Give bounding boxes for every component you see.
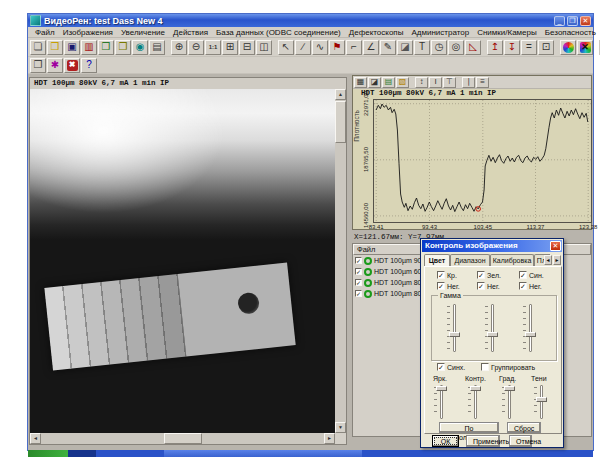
scale-auto-button[interactable]: I: [429, 77, 442, 88]
new-document-button[interactable]: ❏: [30, 40, 46, 55]
export-image-button[interactable]: ❒: [98, 40, 114, 55]
checkbox-blue-channel[interactable]: ✓: [519, 271, 527, 279]
vertical-scroll-thumb[interactable]: [335, 101, 346, 143]
scroll-left-icon[interactable]: ◄: [30, 433, 41, 444]
zoom-1-1-button[interactable]: 1:1: [205, 40, 221, 55]
export-profile-button[interactable]: ▧: [396, 77, 409, 88]
menu-security[interactable]: Безопасность: [541, 28, 600, 37]
slope-tool-button[interactable]: ◺: [465, 40, 481, 55]
file-visibility-checkbox[interactable]: ✓: [355, 257, 362, 264]
slider-thumb[interactable]: [487, 332, 498, 337]
save-profile-button[interactable]: ▤: [382, 77, 395, 88]
save-button[interactable]: ▣: [64, 40, 80, 55]
reset-button[interactable]: Сброс: [507, 422, 541, 433]
maximize-button[interactable]: ❐: [567, 16, 578, 26]
horizontal-scrollbar[interactable]: ◄ ►: [30, 433, 335, 444]
close-image-button[interactable]: ✖: [64, 58, 80, 73]
grid-toggle-button[interactable]: ≡: [476, 77, 489, 88]
minimize-button[interactable]: _: [554, 16, 565, 26]
open-folder-button[interactable]: ❒: [47, 40, 63, 55]
slider-thumb[interactable]: [470, 386, 481, 391]
zoom-out-button[interactable]: ⊖: [188, 40, 204, 55]
split-vertical-button[interactable]: ◫: [256, 40, 272, 55]
plot-area[interactable]: [373, 99, 592, 223]
pointer-tool-button[interactable]: ↖: [278, 40, 294, 55]
brightness-slider[interactable]: [433, 385, 449, 419]
gamma-slider-blue[interactable]: [522, 304, 538, 352]
acquire-image-button[interactable]: ▥: [81, 40, 97, 55]
sort-descending-button[interactable]: ↧: [504, 40, 520, 55]
sort-ascending-button[interactable]: ↥: [487, 40, 503, 55]
checkbox-green-negative[interactable]: ✓: [477, 282, 485, 290]
tools-button[interactable]: ✱: [47, 58, 63, 73]
tab-scroll-right-icon[interactable]: ►: [553, 255, 561, 265]
default-button[interactable]: По умолчанию: [439, 422, 499, 433]
menu-images[interactable]: Изображения: [59, 28, 117, 37]
close-button[interactable]: ✕: [580, 16, 591, 26]
marker-line-button[interactable]: ∣: [462, 77, 475, 88]
scroll-down-icon[interactable]: ▼: [335, 422, 346, 433]
menu-zoom[interactable]: Увеличение: [117, 28, 169, 37]
file-visibility-checkbox[interactable]: ✓: [355, 268, 362, 275]
menu-snapshots-cameras[interactable]: Снимки/Камеры: [473, 28, 541, 37]
marker-top-button[interactable]: ⊤: [443, 77, 456, 88]
color-off-button[interactable]: ✕: [577, 40, 593, 55]
menu-database[interactable]: База данных (ODBC соединение): [212, 28, 345, 37]
file-visibility-checkbox[interactable]: ✓: [355, 279, 362, 286]
app-titlebar[interactable]: ВидеоРен: test Dass New 4 _ ❐ ✕: [28, 14, 593, 27]
menu-administrator[interactable]: Администратор: [407, 28, 473, 37]
checkbox-red-negative[interactable]: ✓: [437, 282, 445, 290]
checkbox-red-channel[interactable]: ✓: [437, 271, 445, 279]
profile-tool-button[interactable]: ∿: [312, 40, 328, 55]
cancel-button[interactable]: Отмена: [509, 435, 532, 447]
help-button[interactable]: ?: [81, 58, 97, 73]
vertical-scrollbar[interactable]: ▲ ▼: [335, 89, 346, 433]
dialog-titlebar[interactable]: Контроль изображения: [422, 240, 562, 252]
pencil-tool-button[interactable]: ✎: [380, 40, 396, 55]
slider-thumb[interactable]: [449, 332, 460, 337]
zoom-in-button[interactable]: ⊕: [171, 40, 187, 55]
dialog-close-icon[interactable]: ✕: [550, 241, 561, 251]
tile-windows-button[interactable]: ⊞: [222, 40, 238, 55]
slider-thumb[interactable]: [525, 332, 536, 337]
contrast-slider[interactable]: [467, 385, 483, 419]
web-globe-button[interactable]: ◉: [132, 40, 148, 55]
menu-defectoscopes[interactable]: Дефектоскопы: [345, 28, 408, 37]
tab-scroll-left-icon[interactable]: ◄: [544, 255, 552, 265]
slider-thumb[interactable]: [436, 386, 447, 391]
checkbox-blue-negative[interactable]: ✓: [519, 282, 527, 290]
file-visibility-checkbox[interactable]: ✓: [355, 290, 362, 297]
scale-vertical-button[interactable]: ↕: [415, 77, 428, 88]
split-horizontal-button[interactable]: ⊟: [239, 40, 255, 55]
angle-tool-button[interactable]: ∠: [363, 40, 379, 55]
menu-actions[interactable]: Действия: [169, 28, 212, 37]
line-tool-button[interactable]: ∕: [295, 40, 311, 55]
gradation-slider[interactable]: [501, 385, 517, 419]
target-tool-button[interactable]: ◎: [448, 40, 464, 55]
text-tool-button[interactable]: T: [414, 40, 430, 55]
color-palette-button[interactable]: [560, 40, 576, 55]
horizontal-scroll-thumb[interactable]: [164, 433, 202, 444]
gamma-slider-green[interactable]: [484, 304, 500, 352]
region-tool-button[interactable]: ⌐: [346, 40, 362, 55]
checkbox-group[interactable]: [481, 363, 489, 371]
info-window-button[interactable]: ⊡: [538, 40, 554, 55]
report-preview-button[interactable]: ❐: [30, 58, 46, 73]
equalize-button[interactable]: =: [521, 40, 537, 55]
checkbox-green-channel[interactable]: ✓: [477, 271, 485, 279]
scroll-right-icon[interactable]: ►: [324, 433, 335, 444]
menu-file[interactable]: Файл: [31, 28, 59, 37]
print-button[interactable]: ▤: [149, 40, 165, 55]
flag-tool-button[interactable]: ⚑: [329, 40, 345, 55]
slider-thumb[interactable]: [536, 397, 547, 402]
import-image-button[interactable]: ❐: [115, 40, 131, 55]
scroll-up-icon[interactable]: ▲: [335, 89, 346, 100]
taskbar-start-segment[interactable]: [28, 450, 68, 457]
apply-button[interactable]: Применить: [466, 435, 500, 447]
gamma-slider-red[interactable]: [446, 304, 462, 352]
slider-thumb[interactable]: [504, 386, 515, 391]
taskbar-active-button-segment[interactable]: [164, 450, 362, 457]
clock-tool-button[interactable]: ◷: [431, 40, 447, 55]
ok-button[interactable]: ОК: [432, 435, 459, 447]
xray-image-canvas[interactable]: [30, 89, 335, 433]
